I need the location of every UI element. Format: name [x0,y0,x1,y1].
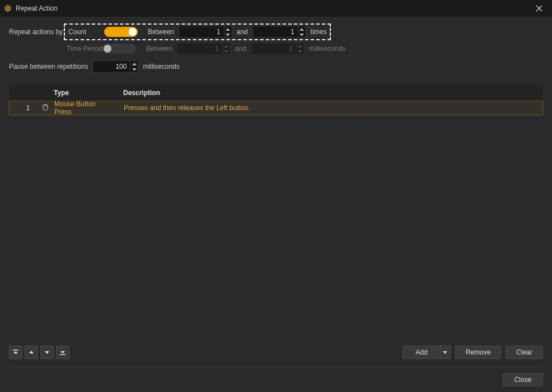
time-toggle[interactable] [102,44,136,54]
pause-unit-label: milliseconds [143,63,179,70]
titlebar: Repeat Action [0,0,552,17]
pause-up[interactable] [130,61,138,67]
close-button[interactable]: Close [503,373,543,386]
add-dropdown[interactable] [441,346,451,359]
row-type: Mouse Button Press [50,101,119,116]
pause-down[interactable] [130,67,138,72]
move-top-button[interactable] [9,346,22,359]
count-from-input[interactable]: 1 [179,26,232,38]
drag-handle-icon[interactable] [10,105,18,111]
row-index: 1 [18,104,38,112]
pause-label: Pause between repetitions [9,63,88,70]
time-to-down [297,49,304,54]
app-icon [3,4,12,13]
time-and-label: and [235,45,246,53]
time-between-label: Between [146,45,172,53]
move-bottom-button[interactable] [56,346,69,359]
time-from-input: 1 [177,42,231,55]
pause-input[interactable]: 100 [92,60,138,73]
header-description: Description [119,89,543,97]
window-title: Repeat Action [16,4,58,12]
move-up-button[interactable] [25,346,38,359]
time-to-input: 1 [251,42,305,55]
window-close-button[interactable] [526,0,552,17]
time-to-up [297,43,304,49]
count-from-down[interactable] [224,32,232,37]
time-from-up [223,43,230,49]
time-unit-label: milliseconds [309,45,345,53]
repeat-by-label: Repeat actions by [9,28,63,36]
count-mode-highlight: Count Between 1 and 1 times [64,23,331,40]
actions-table: Type Description 1 Mouse Button Press Pr… [9,85,543,341]
table-header: Type Description [9,85,543,101]
time-from-down [223,49,230,54]
mouse-icon [38,104,50,112]
count-to-input[interactable]: 1 [252,26,306,38]
count-and-label: and [237,28,248,36]
table-row[interactable]: 1 Mouse Button Press Presses and then re… [9,101,543,115]
divider [9,367,543,367]
move-down-button[interactable] [40,346,54,359]
count-label: Count [68,28,102,36]
header-type: Type [49,89,119,97]
clear-button[interactable]: Clear [506,346,543,359]
count-between-label: Between [148,28,174,36]
count-to-down[interactable] [298,32,306,37]
row-description: Presses and then releases the Left butto… [119,104,542,112]
count-unit-label: times [311,28,327,36]
time-label: Time Period [67,45,100,53]
count-from-up[interactable] [224,26,232,32]
remove-button[interactable]: Remove [455,346,502,359]
count-to-up[interactable] [298,26,306,32]
add-button[interactable]: Add [403,346,440,359]
count-toggle[interactable] [104,27,138,37]
